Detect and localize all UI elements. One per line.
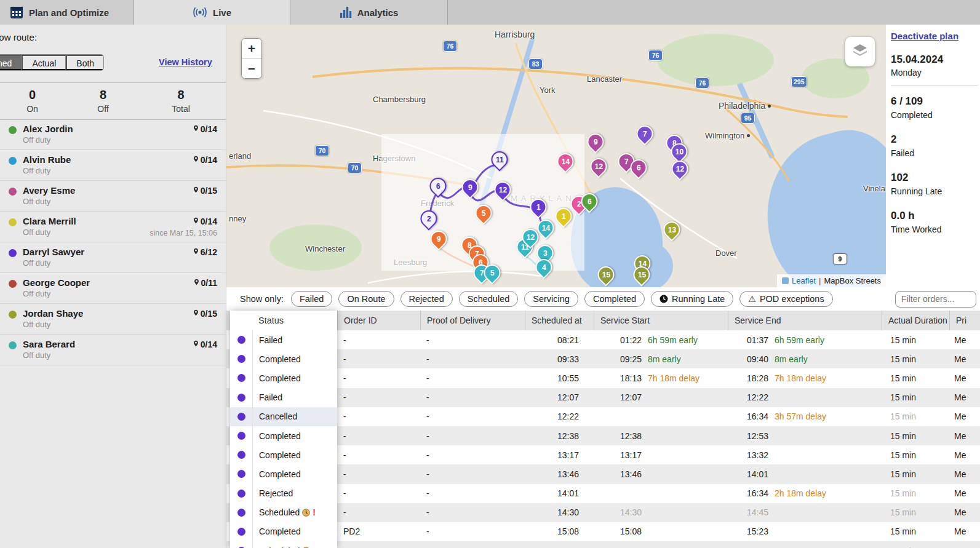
driver-color-dot	[9, 126, 17, 134]
filter-chip[interactable]: ⚠ Servicing	[524, 291, 578, 307]
filter-chip[interactable]: ⚠ Completed	[584, 291, 645, 307]
zoom-in-button[interactable]: +	[242, 39, 261, 58]
status-dot	[237, 470, 245, 478]
status-panel-row[interactable]: Completed !	[230, 464, 337, 483]
status-panel-row[interactable]: Scheduled !	[230, 541, 337, 548]
summary-stat: 0.0 h Time Worked	[891, 210, 978, 234]
status-panel-row[interactable]: Completed !	[230, 445, 337, 464]
filter-chip[interactable]: ⚠ Scheduled	[459, 291, 519, 307]
cell-actual-duration: 15 min	[882, 373, 949, 383]
cell-order-id: -	[337, 431, 420, 441]
cell-actual-duration: 15 min	[882, 450, 949, 460]
status-label: Scheduled	[259, 507, 300, 517]
filter-orders-input[interactable]	[895, 291, 976, 308]
cell-priority: Me	[949, 526, 980, 536]
status-panel-row[interactable]: Scheduled !	[230, 503, 337, 522]
filter-chip[interactable]: ⚠ Failed	[291, 291, 333, 307]
status-dot	[237, 490, 245, 498]
summary-stat-label: Failed	[891, 148, 978, 158]
map-pin-number: 7	[643, 130, 647, 138]
status-panel-row[interactable]: Failed !	[230, 330, 337, 349]
plan-summary-panel: Deactivate plan 15.04.2024 Monday 6 / 10…	[886, 25, 980, 287]
driver-order-count: 6/12	[201, 247, 217, 257]
stat-off-value: 8	[65, 88, 141, 102]
cell-priority: Me	[949, 507, 980, 517]
driver-row[interactable]: Alvin Rube Off duty 0/14	[0, 150, 226, 181]
map-pin-number: 6	[436, 182, 440, 191]
filter-chip[interactable]: ⚠ Running Late	[651, 291, 733, 307]
driver-row[interactable]: Alex Jordin Off duty 0/14	[0, 119, 226, 150]
table-row[interactable]: - - 10:55 18:13 7h 18m delay 18:28 7h 18…	[226, 368, 980, 387]
table-row[interactable]: - - 14:01 16:34 2h 18m delay 15 min Me	[226, 484, 980, 503]
cell-scheduled-at: 15:08	[525, 526, 594, 536]
driver-row[interactable]: Darryl Sawyer Off duty 6/12	[0, 242, 226, 273]
status-panel-row[interactable]: Cancelled !	[230, 407, 337, 426]
driver-row[interactable]: Jordan Shaye Off duty 0/15	[0, 304, 226, 335]
table-row[interactable]: - - 15:43 15:43 15:58 15 min Me	[226, 541, 980, 548]
cell-order-id: -	[337, 392, 420, 402]
cell-proof-of-delivery: -	[420, 373, 525, 383]
status-panel-row[interactable]: Completed !	[230, 349, 337, 368]
alert-icon: !	[313, 507, 316, 517]
map-city-label: Dover	[715, 248, 737, 258]
layers-control[interactable]	[845, 37, 875, 66]
status-label: Completed	[259, 373, 301, 383]
status-panel-row[interactable]: Failed !	[230, 388, 337, 407]
zoom-control: + −	[241, 38, 262, 79]
driver-row[interactable]: Avery Esme Off duty 0/15	[0, 181, 226, 212]
deactivate-plan-link[interactable]: Deactivate plan	[891, 31, 958, 41]
table-row[interactable]: - - 12:38 12:38 12:53 15 min Me	[226, 426, 980, 445]
status-panel-row[interactable]: Rejected !	[230, 484, 337, 503]
route-mode-both[interactable]: Both	[66, 55, 103, 70]
driver-status: Off duty	[23, 228, 76, 237]
route-mode-planned[interactable]: Planned	[0, 55, 22, 70]
map-pin-number: 14	[561, 157, 569, 166]
cell-actual-duration: 15 min	[882, 488, 949, 498]
table-row[interactable]: - - 13:17 13:17 13:32 15 min Me	[226, 445, 980, 464]
status-panel-row[interactable]: Completed !	[230, 426, 337, 445]
filter-chips: ⚠ Failed ⚠ On Route ⚠ Rejected ⚠ Schedul…	[291, 291, 833, 307]
tab-analytics[interactable]: Analytics	[290, 0, 448, 25]
status-panel-row[interactable]: Completed !	[230, 368, 337, 387]
status-column-panel: Status Failed ! Completed !	[230, 311, 337, 548]
table-row[interactable]: - - 13:46 13:46 14:01 15 min Me	[226, 464, 980, 483]
table-row[interactable]: - - 09:33 09:25 8m early 09:40 8m early …	[226, 349, 980, 368]
map-pin-number: 10	[675, 148, 683, 156]
stat-total-value: 8	[141, 88, 220, 102]
table-row[interactable]: - - 08:21 01:22 6h 59m early 01:37 6h 59…	[226, 330, 980, 349]
filter-chip[interactable]: ⚠ POD exceptions	[739, 291, 832, 307]
driver-order-count: 0/14	[201, 124, 217, 134]
filter-chip[interactable]: ⚠ Rejected	[400, 291, 453, 307]
cell-scheduled-at: 12:38	[525, 431, 594, 441]
route-mode-actual[interactable]: Actual	[22, 55, 66, 70]
status-label: Failed	[259, 392, 282, 402]
plan-stats: 6 / 109 Completed 2 Failed 102 Running L…	[891, 95, 978, 234]
layers-icon	[852, 42, 868, 61]
view-history-link[interactable]: View History	[159, 57, 212, 67]
filter-chip-label: Failed	[300, 294, 324, 304]
driver-color-dot	[9, 218, 17, 226]
table-row[interactable]: PD2 - 15:08 15:08 15:23 15 min Me	[226, 522, 980, 541]
table-row[interactable]: - - 12:07 12:07 12:22 15 min Me	[226, 388, 980, 407]
driver-row[interactable]: Sara Berard Off duty 0/14	[0, 335, 226, 365]
driver-status: Off duty	[23, 166, 71, 175]
map-pin-number: 3	[543, 249, 548, 258]
filter-chip[interactable]: ⚠ On Route	[338, 291, 394, 307]
cell-actual-duration: 15 min	[882, 526, 949, 536]
tab-plan-and-optimize[interactable]: Plan and Optimize	[0, 0, 134, 25]
cell-proof-of-delivery: -	[420, 546, 525, 548]
highway-shield: 70	[315, 145, 329, 156]
cell-proof-of-delivery: -	[420, 450, 525, 460]
location-pin-icon	[193, 124, 199, 135]
col-service-start: Service Start	[594, 311, 728, 330]
driver-row[interactable]: Clara Merrill Off duty 0/14 since Mar 15…	[0, 212, 226, 242]
table-row[interactable]: - - 14:30 14:30 14:45 15 min Me	[226, 503, 980, 522]
cell-priority: Me	[949, 354, 980, 364]
leaflet-link[interactable]: Leaflet	[792, 276, 816, 285]
map[interactable]: Harrisburg Chambersburg Lancaster York P…	[226, 25, 886, 287]
status-panel-row[interactable]: Completed !	[230, 522, 337, 541]
tab-live[interactable]: Live	[134, 0, 290, 25]
driver-row[interactable]: George Cooper Off duty 0/11	[0, 273, 226, 304]
zoom-out-button[interactable]: −	[242, 58, 261, 78]
table-row[interactable]: - - 12:22 16:34 3h 57m delay 15 min Me	[226, 407, 980, 426]
